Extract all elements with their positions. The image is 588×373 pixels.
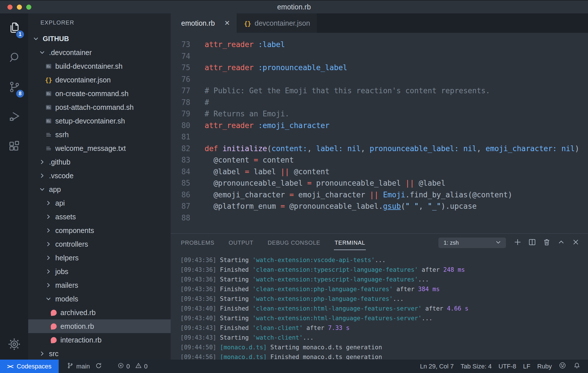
ruby-file-icon	[49, 336, 58, 344]
debug-icon	[8, 110, 21, 124]
tab-size[interactable]: Tab Size: 4	[461, 363, 492, 370]
maximize-panel-icon[interactable]	[557, 238, 565, 248]
tree-item-controllers[interactable]: controllers	[28, 237, 171, 251]
tab-emotion-rb[interactable]: emotion.rb ✕	[171, 13, 237, 33]
tree-item-label: emotion.rb	[60, 322, 94, 331]
tree-item-label: jobs	[55, 267, 68, 276]
tab-label: devcontainer.json	[255, 19, 310, 27]
window-controls	[0, 5, 31, 10]
tree-item-label: welcome_message.txt	[55, 144, 126, 153]
activity-search-button[interactable]	[0, 43, 28, 73]
split-terminal-icon[interactable]	[528, 238, 536, 248]
workbench: 1 8	[0, 13, 588, 360]
tree-item-devcontainer-json[interactable]: {}devcontainer.json	[28, 73, 171, 87]
tree-item-src[interactable]: src	[28, 347, 171, 360]
notifications-bell-icon[interactable]	[573, 362, 581, 371]
warning-icon	[135, 362, 142, 371]
panel-tab-output[interactable]: OUTPUT	[228, 234, 254, 252]
close-tab-icon[interactable]: ✕	[224, 19, 230, 27]
code-editor[interactable]: 73 attr_reader :label7475 attr_reader :p…	[171, 33, 588, 233]
remote-indicator-icon: ><	[7, 363, 13, 370]
code-line: 73 attr_reader :label	[171, 39, 588, 50]
terminal-line: [09:43:40] Finished 'clean-extension:htm…	[180, 304, 588, 313]
warning-count: 0	[144, 363, 148, 370]
tree-item-archived-rb[interactable]: archived.rb	[28, 306, 171, 319]
code-line: 87 @platform_enum = @pronounceable_label…	[171, 200, 588, 212]
code-line: 80 attr_reader :emoji_character	[171, 120, 588, 131]
error-count: 0	[126, 363, 130, 370]
tree-item-mailers[interactable]: mailers	[28, 278, 171, 292]
panel-tab-problems[interactable]: PROBLEMS	[180, 234, 215, 252]
chevron-down-icon	[38, 48, 46, 57]
tree-item-emotion-rb[interactable]: emotion.rb	[28, 319, 171, 333]
terminal-select[interactable]: 1: zsh	[438, 238, 506, 248]
shell-file-icon	[44, 103, 53, 112]
activity-source-control-button[interactable]: 8	[0, 73, 28, 102]
tree-item-app[interactable]: app	[28, 183, 171, 196]
zoom-window-button[interactable]	[26, 5, 31, 10]
panel-tab-debug-console[interactable]: DEBUG CONSOLE	[267, 234, 321, 252]
language-mode[interactable]: Ruby	[537, 363, 552, 370]
tree-item-helpers[interactable]: helpers	[28, 251, 171, 265]
line-number: 80	[171, 120, 196, 131]
code-line: 82 def initialize(content:, label: nil, …	[171, 143, 588, 155]
tree-item-welcome-message-txt[interactable]: welcome_message.txt	[28, 141, 171, 155]
eol-type[interactable]: LF	[523, 363, 530, 370]
line-number: 74	[171, 50, 196, 62]
branch-status[interactable]: main	[67, 362, 102, 371]
codespaces-remote-button[interactable]: >< Codespaces	[0, 360, 59, 373]
tree-item--github[interactable]: .github	[28, 155, 171, 169]
tree-item-api[interactable]: api	[28, 196, 171, 210]
tree-item-label: helpers	[55, 254, 79, 262]
tree-item--devcontainer[interactable]: .devcontainer	[28, 46, 171, 59]
chevron-down-icon	[495, 238, 502, 247]
activity-extensions-button[interactable]	[0, 132, 28, 162]
cursor-position[interactable]: Ln 29, Col 7	[420, 363, 454, 370]
activity-run-debug-button[interactable]	[0, 102, 28, 132]
tree-item-models[interactable]: models	[28, 292, 171, 306]
tree-item-assets[interactable]: assets	[28, 210, 171, 224]
tree-item-interaction-rb[interactable]: interaction.rb	[28, 333, 171, 347]
tree-item-label: mailers	[55, 281, 78, 289]
activity-explorer-button[interactable]: 1	[0, 13, 28, 43]
line-number: 78	[171, 97, 196, 108]
code-line: 77 # Public: Get the Emoji that this rea…	[171, 85, 588, 97]
editor-tab-bar: emotion.rb ✕ {} devcontainer.json	[171, 13, 588, 33]
shell-file-icon	[44, 89, 53, 98]
tab-devcontainer-json[interactable]: {} devcontainer.json	[237, 13, 317, 33]
line-number: 85	[171, 177, 196, 189]
terminal-output[interactable]: [09:43:36] Starting 'watch-extension:vsc…	[171, 252, 588, 360]
error-icon	[117, 362, 124, 371]
panel-tab-terminal[interactable]: TERMINAL	[334, 234, 366, 252]
encoding[interactable]: UTF-8	[499, 363, 516, 370]
close-window-button[interactable]	[7, 5, 13, 10]
tree-item-label: .vscode	[49, 172, 74, 180]
new-terminal-icon[interactable]	[513, 238, 522, 248]
status-bar: >< Codespaces main 0 0 Ln 29, Col 7 Tab …	[0, 360, 588, 373]
tree-item-setup-devcontainer-sh[interactable]: setup-devcontainer.sh	[28, 114, 171, 128]
sync-icon	[95, 362, 102, 371]
tree-item-post-attach-command-sh[interactable]: post-attach-command.sh	[28, 100, 171, 114]
kill-terminal-trash-icon[interactable]	[542, 238, 551, 248]
feedback-smiley-icon[interactable]	[559, 362, 566, 371]
close-panel-icon[interactable]	[571, 238, 580, 248]
tree-item-github[interactable]: GITHUB	[28, 32, 171, 46]
tree-item-build-devcontainer-sh[interactable]: build-devcontainer.sh	[28, 59, 171, 73]
minimize-window-button[interactable]	[17, 5, 22, 10]
chevron-right-icon	[44, 267, 53, 276]
sidebar-title: EXPLORER	[28, 13, 171, 32]
tree-item-jobs[interactable]: jobs	[28, 265, 171, 278]
tree-item-ssrh[interactable]: ssrh	[28, 128, 171, 141]
tree-item-components[interactable]: components	[28, 224, 171, 237]
tree-item-label: post-attach-command.sh	[55, 103, 134, 112]
window-title: emotion.rb	[0, 3, 588, 11]
panel-header: PROBLEMSOUTPUTDEBUG CONSOLETERMINAL 1: z…	[171, 234, 588, 252]
settings-button[interactable]	[0, 330, 28, 360]
json-file-icon: {}	[244, 19, 251, 27]
tree-item--vscode[interactable]: .vscode	[28, 169, 171, 183]
tree-item-on-create-command-sh[interactable]: on-create-command.sh	[28, 87, 171, 100]
tree-item-label: build-devcontainer.sh	[55, 62, 122, 70]
problems-status[interactable]: 0 0	[117, 362, 151, 371]
chevron-down-icon	[38, 185, 46, 194]
title-bar: emotion.rb	[0, 0, 588, 13]
